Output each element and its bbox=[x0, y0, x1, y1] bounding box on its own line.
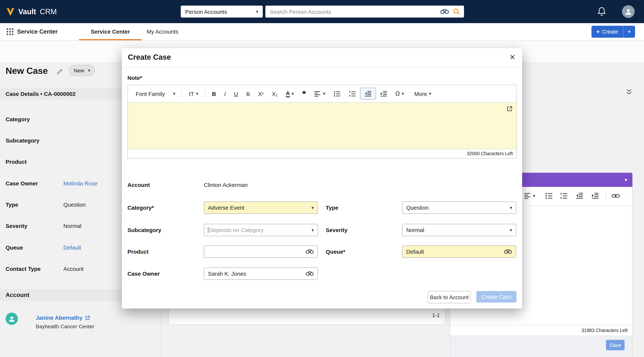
collapse-double-chevron-icon[interactable] bbox=[625, 88, 633, 96]
field-label: Product bbox=[6, 159, 27, 165]
notifications-bell-icon[interactable] bbox=[597, 6, 607, 17]
field-value: Normal bbox=[63, 223, 82, 229]
chevron-down-icon: ▾ bbox=[510, 228, 512, 232]
font-family-label: Font Family bbox=[136, 91, 165, 97]
note-editor: Font Family ▾ tT ▾ B I U S X¹ X₁ A ▾ bbox=[128, 85, 517, 159]
chars-left-bar: 32000 Characters Left bbox=[128, 149, 516, 158]
bullet-list-button[interactable] bbox=[330, 88, 345, 99]
note-text-area[interactable] bbox=[128, 103, 516, 149]
status-badge-label: New bbox=[74, 68, 84, 74]
font-size-button[interactable]: tT ▾ bbox=[185, 88, 202, 99]
blockquote-button[interactable]: ❝ bbox=[298, 88, 310, 99]
chars-left-label: 32000 Characters Left bbox=[467, 151, 513, 156]
chevron-down-icon: ▾ bbox=[323, 91, 325, 96]
font-color-button[interactable]: A ▾ bbox=[282, 88, 298, 99]
field-value[interactable]: Melinda Rose bbox=[63, 180, 98, 187]
case-owner-value: Sarah K. Jones bbox=[208, 270, 246, 277]
field-value: Account bbox=[63, 266, 84, 272]
severity-label: Severity bbox=[326, 227, 348, 233]
create-button[interactable]: + Create ▾ bbox=[592, 26, 635, 38]
chevron-down-icon: ▾ bbox=[312, 228, 314, 232]
subcategory-select[interactable]: Depends on Category ▾ bbox=[204, 224, 318, 236]
outdent-button[interactable] bbox=[576, 192, 583, 199]
create-menu-chevron-icon[interactable]: ▾ bbox=[624, 26, 635, 38]
tab-service-center[interactable]: Service Center bbox=[79, 23, 142, 40]
case-owner-lookup[interactable]: Sarah K. Jones bbox=[204, 267, 318, 280]
account-name-row: Janine Abernathy bbox=[36, 314, 90, 321]
account-name-link[interactable]: Janine Abernathy bbox=[36, 314, 82, 321]
vault-logo-icon bbox=[6, 7, 15, 16]
special-character-button[interactable]: Ω ▾ bbox=[391, 88, 408, 99]
chevron-down-icon: ▾ bbox=[292, 91, 294, 96]
object-selector[interactable]: Person Accounts ▾ bbox=[181, 6, 263, 18]
close-icon[interactable]: ✕ bbox=[510, 53, 516, 62]
chevron-down-icon: ▾ bbox=[196, 91, 198, 96]
chevron-down-icon: ▾ bbox=[533, 194, 535, 198]
type-select[interactable]: Question ▾ bbox=[402, 201, 516, 214]
product-lookup[interactable] bbox=[204, 245, 318, 258]
rte-toolbar: Font Family ▾ tT ▾ B I U S X¹ X₁ A ▾ bbox=[128, 85, 516, 103]
user-avatar[interactable] bbox=[622, 5, 635, 18]
create-case-dialog: Create Case ✕ Note* Font Family ▾ tT ▾ B… bbox=[122, 48, 522, 308]
queue-label: Queue* bbox=[326, 248, 345, 255]
superscript-button[interactable]: X¹ bbox=[254, 88, 268, 99]
chevron-down-icon: ▾ bbox=[402, 91, 404, 96]
font-size-icon: tT bbox=[189, 91, 194, 97]
numbered-list-button[interactable] bbox=[560, 192, 568, 199]
omega-icon: Ω bbox=[396, 90, 400, 97]
outdent-button[interactable] bbox=[360, 88, 376, 100]
align-button[interactable]: ▾ bbox=[310, 88, 330, 99]
type-value: Question bbox=[406, 204, 428, 211]
italic-button[interactable]: I bbox=[220, 88, 230, 99]
page-title: New Case bbox=[6, 66, 48, 76]
popout-icon[interactable] bbox=[506, 106, 513, 112]
create-case-button[interactable]: Create Case bbox=[476, 291, 516, 302]
toolbar-divider bbox=[205, 89, 205, 98]
status-badge[interactable]: New ▾ bbox=[69, 65, 95, 76]
field-value[interactable]: Default bbox=[63, 244, 81, 251]
indent-button[interactable] bbox=[592, 192, 599, 199]
notes-collapse-chevron-icon[interactable]: ▾ bbox=[624, 177, 627, 182]
app-name: Service Center bbox=[17, 23, 58, 40]
subscript-button[interactable]: X₁ bbox=[268, 88, 282, 99]
vault-crm-app: Vault CRM Person Accounts ▾ Service Cen bbox=[0, 0, 644, 357]
save-button[interactable]: Save bbox=[606, 340, 624, 350]
brand[interactable]: Vault CRM bbox=[6, 0, 57, 23]
text-caret bbox=[208, 227, 208, 233]
dialog-header: Create Case ✕ bbox=[122, 48, 522, 68]
binoculars-icon[interactable] bbox=[440, 9, 449, 14]
back-to-account-button[interactable]: Back to Account bbox=[428, 291, 471, 303]
category-select[interactable]: Adverse Event ▾ bbox=[204, 201, 318, 214]
font-color-icon: A bbox=[286, 90, 290, 97]
bold-button[interactable]: B bbox=[208, 88, 220, 99]
more-button[interactable]: More ▾ bbox=[410, 88, 435, 99]
dialog-title: Create Case bbox=[128, 53, 171, 62]
queue-lookup[interactable]: Default bbox=[402, 245, 516, 258]
pagination-label: 1-1 bbox=[432, 312, 440, 318]
link-button[interactable] bbox=[612, 192, 620, 199]
search-input[interactable] bbox=[265, 9, 440, 15]
category-label: Category* bbox=[128, 204, 154, 211]
category-value: Adverse Event bbox=[208, 204, 244, 211]
global-search bbox=[265, 6, 464, 18]
bullet-list-button[interactable] bbox=[545, 192, 553, 199]
font-family-button[interactable]: Font Family ▾ bbox=[132, 88, 180, 99]
indent-button[interactable] bbox=[376, 88, 391, 99]
underline-button[interactable]: U bbox=[230, 88, 242, 99]
app-launcher-icon[interactable] bbox=[7, 28, 14, 35]
search-icon[interactable] bbox=[453, 8, 460, 15]
align-button[interactable]: ▾ bbox=[524, 192, 535, 199]
tab-my-accounts[interactable]: My Accounts bbox=[142, 23, 183, 40]
numbered-list-button[interactable] bbox=[345, 88, 360, 99]
case-owner-label: Case Owner bbox=[128, 270, 160, 277]
severity-select[interactable]: Normal ▾ bbox=[402, 224, 516, 236]
binoculars-icon[interactable] bbox=[306, 271, 314, 276]
edit-pencil-icon[interactable] bbox=[57, 68, 63, 75]
object-selector-value: Person Accounts bbox=[185, 9, 227, 15]
external-link-icon[interactable] bbox=[85, 315, 90, 320]
case-details-header-label: Case Details • CA-0000002 bbox=[6, 91, 76, 97]
binoculars-icon[interactable] bbox=[306, 249, 314, 254]
binoculars-icon[interactable] bbox=[504, 249, 512, 254]
strikethrough-button[interactable]: S bbox=[242, 88, 254, 99]
brand-vault: Vault bbox=[18, 7, 36, 16]
